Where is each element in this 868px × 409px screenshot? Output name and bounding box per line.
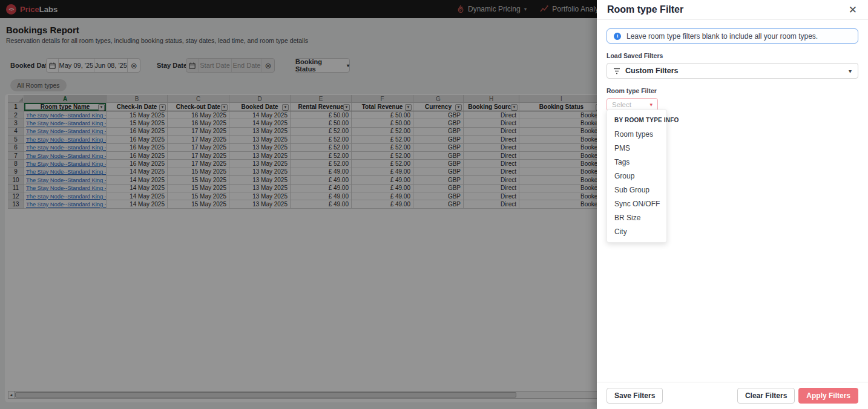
- chevron-down-icon: ▾: [649, 102, 653, 108]
- menu-item-tags[interactable]: Tags: [607, 155, 666, 169]
- filter-funnel-icon: [613, 68, 620, 74]
- load-saved-filters-label: Load Saved Filters: [607, 52, 858, 59]
- info-banner: i Leave room type filters blank to inclu…: [607, 28, 858, 44]
- menu-item-group[interactable]: Group: [607, 169, 666, 183]
- menu-item-pms[interactable]: PMS: [607, 141, 666, 155]
- close-icon[interactable]: ✕: [846, 2, 860, 18]
- apply-filters-button[interactable]: Apply Filters: [798, 388, 858, 404]
- room-type-filter-panel: Room type Filter ✕ i Leave room type fil…: [597, 0, 868, 409]
- clear-filters-button[interactable]: Clear Filters: [737, 388, 795, 404]
- saved-filters-value: Custom Filters: [625, 67, 679, 75]
- save-filters-button[interactable]: Save Filters: [607, 388, 663, 404]
- room-type-filter-label: Room type Filter: [607, 87, 858, 94]
- menu-item-room-types[interactable]: Room types: [607, 127, 666, 141]
- menu-item-city[interactable]: City: [607, 224, 666, 238]
- chevron-down-icon: ▾: [849, 68, 852, 74]
- menu-item-sub-group[interactable]: Sub Group: [607, 183, 666, 197]
- app-screen: <> PriceLabs Dynamic Pricing ▾ Portfolio…: [0, 0, 868, 409]
- info-icon: i: [614, 33, 621, 40]
- info-banner-text: Leave room type filters blank to include…: [626, 32, 818, 41]
- menu-item-br-size[interactable]: BR Size: [607, 211, 666, 224]
- panel-footer: Save Filters Clear Filters Apply Filters: [597, 382, 868, 409]
- panel-header: Room type Filter ✕: [597, 0, 868, 20]
- room-type-select-menu: BY ROOM TYPE INFO Room typesPMSTagsGroup…: [607, 110, 667, 243]
- panel-title: Room type Filter: [607, 4, 683, 15]
- menu-item-sync-on-off[interactable]: Sync ON/OFF: [607, 197, 666, 211]
- panel-body: i Leave room type filters blank to inclu…: [597, 28, 868, 111]
- select-placeholder: Select: [612, 101, 631, 108]
- menu-group-header: BY ROOM TYPE INFO: [607, 114, 666, 127]
- saved-filters-dropdown[interactable]: Custom Filters ▾: [607, 63, 858, 79]
